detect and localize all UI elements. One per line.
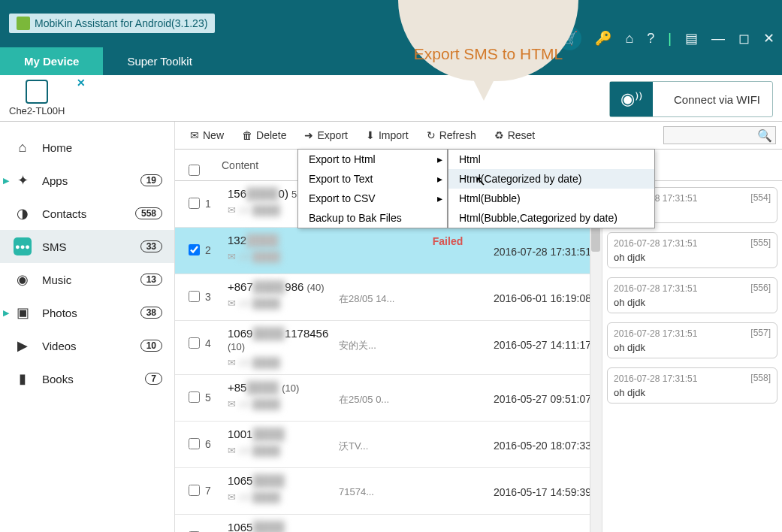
row-status: Failed [421, 234, 474, 247]
submenu-html-bubble-categorized[interactable]: Html(Bubble,Categorized by date) [448, 208, 654, 228]
reset-icon: ♻ [494, 129, 504, 141]
delete-button[interactable]: 🗑Delete [234, 126, 294, 144]
export-html-submenu: Html Html(Categorized by date) Html(Bubb… [448, 149, 655, 228]
reset-label: Reset [508, 129, 536, 141]
refresh-button[interactable]: ↻Refresh [419, 126, 484, 144]
msg-text: oh djdk [614, 342, 771, 353]
callout: Export SMS to HTML [398, 0, 578, 105]
row-date: 2016-05-27 14:11:17 [474, 327, 594, 351]
maximize-icon[interactable]: ◻ [738, 30, 750, 47]
menu-export-html[interactable]: Export to Html▸ [298, 150, 447, 169]
row-date: 2016-05-20 18:07:33 [474, 428, 594, 452]
close-icon[interactable]: ✕ [763, 30, 774, 47]
submenu-html-categorized[interactable]: Html(Categorized by date) [448, 169, 654, 189]
import-icon: ⬇ [366, 129, 375, 141]
help-icon[interactable]: ? [647, 31, 654, 47]
export-button[interactable]: ➜Export [297, 126, 355, 144]
row-checkbox[interactable] [189, 198, 200, 209]
msg-index: [556] [750, 283, 771, 293]
reset-button[interactable]: ♻Reset [487, 126, 543, 144]
sidebar-item-home[interactable]: ⌂ Home [0, 131, 174, 164]
sidebar-item-label: Apps [42, 174, 68, 187]
row-checkbox[interactable] [189, 485, 200, 496]
phone-icon [26, 80, 48, 104]
row-checkbox[interactable] [189, 337, 200, 349]
submenu-html-bubble[interactable]: Html(Bubble) [448, 189, 654, 208]
row-number: 1001████ [228, 428, 339, 440]
menu-export-csv[interactable]: Export to CSV▸ [298, 189, 447, 208]
app-title-text: MobiKin Assistant for Android(3.1.23) [35, 17, 207, 29]
tab-super-toolkit[interactable]: Super Toolkit [103, 47, 216, 75]
sidebar-item-label: SMS [42, 240, 67, 253]
msg-text: oh djdk [614, 252, 771, 263]
menu-export-text[interactable]: Export to Text▸ [298, 169, 447, 189]
row-snippet: 71574... [339, 474, 421, 497]
msg-timestamp: 2016-07-28 17:31:51 [614, 238, 697, 249]
table-row[interactable]: 3+867████986 (40)✉ oh ████在28/05 14...20… [175, 274, 602, 321]
chat-message: 2016-07-28 17:31:51[557]oh djdk [607, 322, 777, 358]
badge: 13 [140, 274, 162, 286]
sidebar-item-apps[interactable]: ▶ ✦ Apps 19 [0, 164, 174, 197]
expand-icon[interactable]: ▶ [3, 176, 9, 186]
row-sub: ✉ oh ████ [228, 445, 339, 456]
row-date: 2016-05-27 09:51:07 [474, 381, 594, 405]
minimize-icon[interactable]: — [711, 31, 725, 47]
feedback-icon[interactable]: ▤ [685, 30, 698, 47]
key-icon[interactable]: 🔑 [595, 30, 611, 47]
chat-message: 2016-07-28 17:31:51[556]oh djdk [607, 277, 777, 313]
row-checkbox[interactable] [189, 438, 200, 449]
row-date: 2016-07-28 17:31:51 [474, 234, 594, 258]
table-row[interactable]: 5+85████ (10)✉ oh ████在25/05 0...2016-05… [175, 375, 602, 422]
new-button[interactable]: ✉New [183, 126, 231, 144]
row-snippet: 在25/05 0... [339, 381, 421, 407]
sidebar-item-contacts[interactable]: ◑ Contacts 558 [0, 197, 174, 230]
row-date: 2016-05-14 16:19:03 [474, 521, 594, 532]
menu-backup-bak[interactable]: Backup to Bak Files [298, 208, 447, 228]
search-input[interactable]: 🔍 [663, 126, 776, 144]
badge: 19 [140, 174, 162, 186]
table-row[interactable]: 41069████1178456 (10)✉ oh ████安的关...2016… [175, 321, 602, 375]
scrollbar[interactable] [590, 181, 602, 532]
row-sub: ✉ oh ████ [228, 491, 339, 503]
row-number: 132████ [228, 234, 421, 246]
row-checkbox[interactable] [189, 391, 200, 403]
sidebar-item-photos[interactable]: ▶ ▣ Photos 38 [0, 296, 174, 329]
connect-wifi-label: Connect via WIFI [662, 86, 772, 113]
mail-icon: ✉ [190, 129, 199, 141]
submenu-html[interactable]: Html [448, 150, 654, 169]
sidebar-item-videos[interactable]: ▶ Videos 10 [0, 329, 174, 362]
table-row[interactable]: 81065████ ✉ oh ████2016-05-14 16:19:03 [175, 515, 602, 532]
msg-timestamp: 2016-07-28 17:31:51 [614, 328, 697, 339]
badge: 558 [135, 207, 162, 219]
connect-wifi-button[interactable]: ◉⁾⁾ Connect via WIFI [609, 81, 773, 117]
tab-my-device[interactable]: My Device [0, 47, 103, 75]
select-all-checkbox[interactable] [189, 165, 200, 176]
import-button[interactable]: ⬇Import [358, 126, 416, 144]
row-index: 3 [205, 280, 223, 303]
chevron-right-icon: ▸ [437, 192, 442, 204]
row-snippet: 安的关... [339, 327, 421, 352]
row-sub: ✉ oh ████ [228, 398, 339, 410]
table-row[interactable]: 2132████ ✉ oh ████Failed2016-07-28 17:31… [175, 228, 602, 274]
row-index: 7 [205, 474, 223, 497]
row-checkbox[interactable] [189, 244, 200, 255]
trash-icon: 🗑 [242, 129, 252, 141]
export-menu: Export to Html▸ Export to Text▸ Export t… [297, 149, 448, 228]
row-date: 2016-06-01 16:19:08 [474, 280, 594, 304]
sidebar-item-books[interactable]: ▮ Books 7 [0, 362, 174, 395]
home-icon[interactable]: ⌂ [625, 31, 633, 47]
table-row[interactable]: 61001████ ✉ oh ████沃TV...2016-05-20 18:0… [175, 422, 602, 468]
device-tab[interactable]: Che2-TL00H ✕ [9, 80, 65, 116]
row-index: 2 [205, 234, 223, 256]
sidebar-item-music[interactable]: ◉ Music 13 [0, 263, 174, 296]
row-number: 1065████ [228, 474, 339, 487]
table-row[interactable]: 71065████ ✉ oh ████71574...2016-05-17 14… [175, 468, 602, 515]
sidebar-item-sms[interactable]: ●●● SMS 33 [0, 230, 174, 263]
device-close-icon[interactable]: ✕ [77, 77, 86, 89]
row-number: +85████ (10) [228, 381, 339, 394]
row-number: 1065████ [228, 521, 421, 532]
chat-pane: 2016-07-28 17:31:51[554]oh djdk2016-07-2… [602, 181, 782, 532]
expand-icon[interactable]: ▶ [3, 308, 9, 318]
sidebar-item-label: Home [42, 141, 72, 154]
row-checkbox[interactable] [189, 291, 200, 302]
